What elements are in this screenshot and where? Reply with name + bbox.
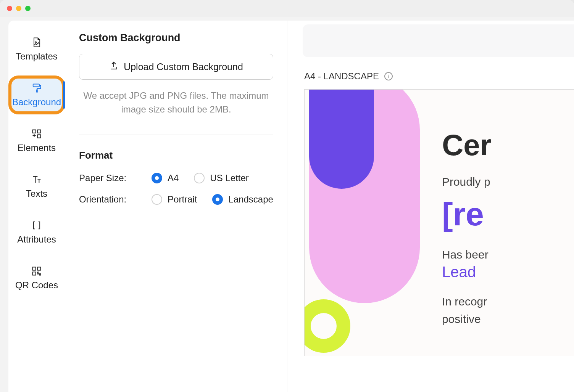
certificate-title: Cer [442,128,574,162]
sidebar-item-texts[interactable]: Texts [8,169,65,204]
radio-label: Portrait [168,194,197,205]
radio-landscape[interactable]: Landscape [212,194,273,205]
radio-dot-icon [212,194,223,205]
certificate-para1: In recogr [442,294,574,310]
orientation-group: Portrait Landscape [152,194,273,205]
format-title: Format [79,149,273,161]
upload-background-button[interactable]: Upload Custom Background [79,54,273,80]
sidebar-item-label: Background [12,97,61,108]
radio-dot-icon [152,194,162,205]
paint-roller-icon [31,82,42,94]
window-close-button[interactable] [7,6,12,11]
radio-dot-icon [152,173,162,183]
certificate-text: Cer Proudly p [re Has beer Lead In recog… [442,128,574,327]
certificate-body1: Has beer [442,248,574,261]
orientation-label: Orientation: [79,194,140,205]
sidebar-item-label: QR Codes [15,280,58,291]
preview-format-label: A4 - LANDSCAPE [304,71,379,82]
settings-panel: Custom Background Upload Custom Backgrou… [65,21,287,392]
svg-rect-4 [37,130,40,133]
radio-a4[interactable]: A4 [152,173,179,183]
app-window: Templates Background Elements [0,0,574,392]
upload-hint: We accept JPG and PNG files. The maximum… [83,89,269,116]
active-indicator [63,81,65,109]
svg-point-0 [35,42,36,43]
sidebar-item-attributes[interactable]: Attributes [8,215,65,249]
upload-button-label: Upload Custom Background [124,61,243,72]
radio-dot-icon [194,173,205,183]
canvas-wrap: Cer Proudly p [re Has beer Lead In recog… [303,89,574,392]
svg-rect-2 [36,90,38,92]
paper-size-row: Paper Size: A4 US Letter [79,173,273,183]
svg-rect-1 [33,84,39,87]
sidebar-item-elements[interactable]: Elements [8,124,65,158]
elements-icon [31,128,42,140]
preview-pane: A4 - LANDSCAPE i Cer Proudly p [re Has b… [287,21,574,392]
decorative-shape-lime-ring [304,299,350,353]
radio-portrait[interactable]: Portrait [152,194,197,205]
sidebar-item-label: Attributes [17,234,56,245]
app-body: Templates Background Elements [8,21,574,392]
radio-label: A4 [168,173,179,183]
custom-background-title: Custom Background [79,32,273,44]
certificate-link: Lead [442,263,574,281]
text-icon [31,174,42,185]
svg-rect-6 [33,267,36,270]
certificate-canvas[interactable]: Cer Proudly p [re Has beer Lead In recog… [304,89,574,356]
orientation-row: Orientation: Portrait Landscape [79,194,273,205]
sidebar-item-qrcodes[interactable]: QR Codes [8,261,65,295]
sidebar: Templates Background Elements [8,21,65,392]
paper-size-group: A4 US Letter [152,173,249,183]
certificate-para2: positive [442,311,574,327]
decorative-shape-purple [309,89,374,189]
divider [79,135,273,135]
sidebar-item-label: Templates [16,51,57,62]
paper-size-label: Paper Size: [79,173,140,183]
upload-icon [109,61,118,72]
radio-label: Landscape [228,194,273,205]
svg-rect-7 [37,267,40,270]
brackets-icon [31,220,42,231]
radio-us-letter[interactable]: US Letter [194,173,248,183]
qrcode-icon [31,265,42,277]
info-icon[interactable]: i [384,72,393,80]
sidebar-item-background[interactable]: Background [11,78,63,112]
sidebar-item-templates[interactable]: Templates [8,32,65,66]
certificate-subtitle: Proudly p [442,175,574,188]
titlebar [0,0,574,17]
templates-icon [31,37,42,48]
svg-rect-8 [33,272,36,275]
radio-label: US Letter [210,173,248,183]
highlight-ring [8,76,65,114]
svg-rect-3 [33,130,36,133]
certificate-tag: [re [442,195,574,233]
window-minimize-button[interactable] [16,6,21,11]
svg-rect-5 [37,135,40,138]
window-zoom-button[interactable] [25,6,31,11]
sidebar-item-label: Elements [18,143,56,153]
preview-toolbar [303,24,574,57]
sidebar-item-label: Texts [26,188,47,199]
preview-header: A4 - LANDSCAPE i [303,57,574,89]
